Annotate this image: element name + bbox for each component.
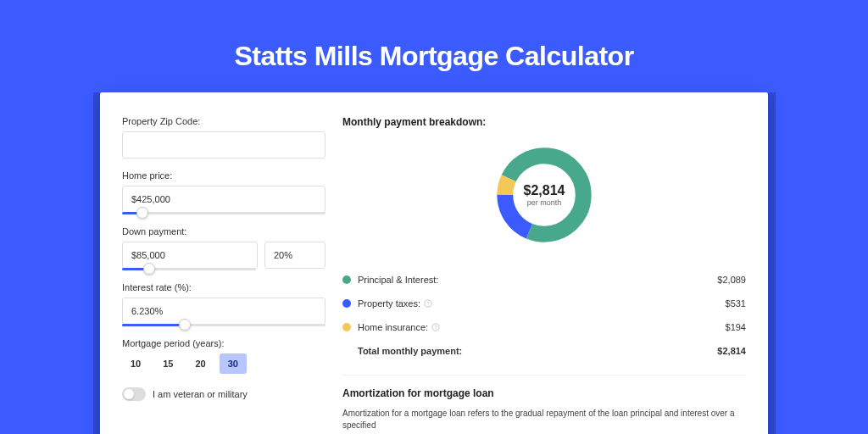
- legend-dot: [342, 323, 351, 331]
- svg-text:?: ?: [426, 301, 429, 306]
- down-payment-slider[interactable]: [122, 268, 256, 270]
- zip-field: Property Zip Code:: [122, 116, 326, 159]
- home-price-field: Home price:: [122, 170, 326, 214]
- donut-sub: per month: [524, 198, 565, 207]
- period-field: Mortgage period (years): 10152030: [122, 338, 326, 374]
- breakdown-title: Monthly payment breakdown:: [342, 116, 746, 128]
- period-btn-20[interactable]: 20: [187, 353, 214, 374]
- slider-thumb[interactable]: [136, 207, 148, 219]
- amortization-title: Amortization for mortgage loan: [342, 387, 746, 399]
- card-frame: Property Zip Code: Home price: Down paym…: [93, 92, 776, 434]
- period-label: Mortgage period (years):: [122, 338, 326, 348]
- legend-label: Home insurance:?: [358, 322, 726, 332]
- home-price-label: Home price:: [122, 170, 326, 181]
- interest-input[interactable]: [122, 298, 326, 325]
- interest-field: Interest rate (%):: [122, 282, 326, 326]
- down-payment-field: Down payment:: [122, 226, 326, 270]
- down-payment-input[interactable]: [122, 242, 258, 269]
- legend-label: Principal & Interest:: [358, 275, 717, 285]
- zip-input[interactable]: [122, 131, 326, 159]
- veteran-label: I am veteran or military: [153, 389, 248, 399]
- toggle-knob: [124, 389, 134, 399]
- donut-amount: $2,814: [524, 183, 565, 198]
- slider-thumb[interactable]: [179, 319, 191, 331]
- legend-total-row: Total monthly payment:$2,814: [342, 339, 746, 363]
- down-payment-label: Down payment:: [122, 226, 326, 236]
- donut-center: $2,814 per month: [524, 183, 565, 207]
- slider-thumb[interactable]: [143, 263, 155, 275]
- help-icon[interactable]: ?: [431, 323, 440, 331]
- interest-slider[interactable]: [122, 324, 326, 326]
- home-price-slider[interactable]: [122, 212, 326, 214]
- help-icon[interactable]: ?: [424, 299, 432, 308]
- legend-row: Home insurance:?$194: [342, 315, 746, 339]
- breakdown-column: Monthly payment breakdown: $2,814 per mo…: [342, 116, 746, 425]
- total-label: Total monthly payment:: [358, 346, 717, 356]
- period-btn-15[interactable]: 15: [154, 353, 181, 374]
- amortization-text: Amortization for a mortgage loan refers …: [342, 408, 746, 431]
- veteran-row: I am veteran or military: [122, 387, 326, 401]
- legend-value: $531: [726, 298, 746, 309]
- legend-row: Property taxes:?$531: [342, 292, 746, 315]
- down-payment-pct-input[interactable]: [264, 242, 326, 269]
- period-btn-10[interactable]: 10: [122, 353, 149, 374]
- period-btn-30[interactable]: 30: [220, 353, 247, 374]
- zip-label: Property Zip Code:: [122, 116, 326, 126]
- legend-value: $194: [726, 322, 746, 332]
- home-price-input[interactable]: [122, 186, 326, 213]
- donut-wrap: $2,814 per month: [342, 143, 746, 247]
- total-value: $2,814: [717, 346, 746, 356]
- donut-chart: $2,814 per month: [492, 143, 596, 247]
- inputs-column: Property Zip Code: Home price: Down paym…: [122, 116, 326, 425]
- legend-dot: [342, 299, 351, 308]
- calculator-card: Property Zip Code: Home price: Down paym…: [100, 92, 768, 434]
- legend-row: Principal & Interest:$2,089: [342, 268, 746, 292]
- legend-value: $2,089: [717, 275, 746, 285]
- period-buttons: 10152030: [122, 353, 326, 374]
- amortization-section: Amortization for mortgage loan Amortizat…: [342, 375, 746, 431]
- svg-text:?: ?: [435, 325, 437, 330]
- interest-label: Interest rate (%):: [122, 282, 326, 292]
- veteran-toggle[interactable]: [122, 387, 146, 401]
- page-title: Statts Mills Mortgage Calculator: [0, 0, 868, 92]
- legend-label: Property taxes:?: [358, 298, 726, 309]
- legend: Principal & Interest:$2,089Property taxe…: [342, 267, 746, 363]
- legend-dot: [342, 275, 351, 284]
